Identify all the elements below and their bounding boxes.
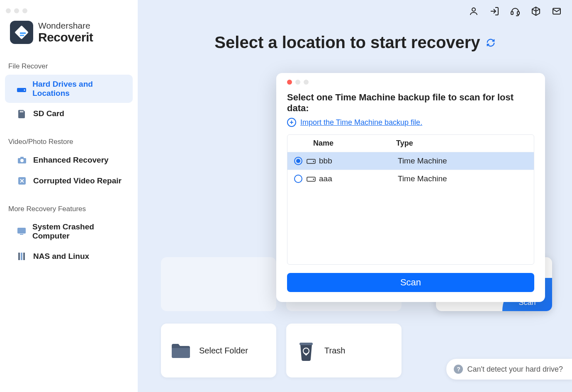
sidebar-item-label: Corrupted Video Repair xyxy=(33,176,122,185)
svg-rect-21 xyxy=(299,343,313,345)
sidebar-item-corrupted-video[interactable]: Corrupted Video Repair xyxy=(5,171,133,191)
svg-rect-13 xyxy=(20,234,23,235)
drive-icon xyxy=(17,84,27,94)
scan-button[interactable]: Scan xyxy=(287,273,534,292)
section-label-more-recovery: More Recovery Features xyxy=(0,199,138,217)
row-name: aaa xyxy=(319,174,332,183)
wrench-icon xyxy=(17,176,27,186)
sidebar: Wondershare Recoverit File Recover Hard … xyxy=(0,0,138,392)
camera-icon xyxy=(17,155,27,165)
question-icon: ? xyxy=(454,365,463,374)
table-row[interactable]: bbb Time Machine xyxy=(287,152,534,170)
svg-point-29 xyxy=(313,179,314,180)
page-title: Select a location to start recovery xyxy=(214,33,480,52)
svg-rect-9 xyxy=(20,157,24,158)
monitor-icon xyxy=(17,226,27,236)
col-type-header: Type xyxy=(396,139,527,148)
login-icon[interactable] xyxy=(489,6,500,17)
cube-icon[interactable] xyxy=(531,6,541,17)
modal-close-icon[interactable] xyxy=(287,80,292,85)
brand-line1: Wondershare xyxy=(38,21,93,30)
svg-rect-19 xyxy=(517,12,519,15)
modal-title: Select one Time Machine backup file to s… xyxy=(287,92,534,114)
modal-maximize-icon[interactable] xyxy=(304,80,309,85)
sidebar-item-label: NAS and Linux xyxy=(33,252,89,261)
row-type: Time Machine xyxy=(398,156,527,166)
svg-rect-5 xyxy=(20,111,21,112)
folder-icon xyxy=(170,340,192,361)
support-icon[interactable] xyxy=(510,6,521,17)
plus-circle-icon[interactable]: + xyxy=(287,118,296,127)
sidebar-item-label: Enhanced Recovery xyxy=(33,156,109,165)
trash-icon xyxy=(295,340,317,361)
window-traffic-lights xyxy=(0,4,138,13)
svg-rect-6 xyxy=(21,111,22,112)
backup-table: Name Type bbb Time Machine aaa xyxy=(287,134,534,265)
backup-drive-icon xyxy=(307,175,316,183)
svg-point-4 xyxy=(24,90,25,91)
location-card-trash[interactable]: Trash xyxy=(286,324,402,377)
help-detect-drive[interactable]: ? Can't detect your hard drive? xyxy=(446,359,572,380)
card-label: Trash xyxy=(324,346,345,355)
maximize-icon[interactable] xyxy=(22,8,27,13)
svg-point-17 xyxy=(472,8,475,11)
row-name: bbb xyxy=(319,156,332,166)
sidebar-item-system-crashed[interactable]: System Crashed Computer xyxy=(5,217,133,246)
svg-point-10 xyxy=(20,159,24,162)
modal-traffic-lights xyxy=(287,80,534,85)
radio-icon[interactable] xyxy=(294,157,302,165)
svg-rect-7 xyxy=(22,111,23,112)
server-icon xyxy=(17,251,27,261)
main-area: Select a location to start recovery Sele… xyxy=(138,0,572,392)
time-machine-modal: Select one Time Machine backup file to s… xyxy=(276,73,545,302)
modal-minimize-icon[interactable] xyxy=(295,80,300,85)
row-type: Time Machine xyxy=(398,174,527,183)
location-card-select-folder[interactable]: Select Folder xyxy=(161,324,276,377)
table-row[interactable]: aaa Time Machine xyxy=(287,170,534,187)
svg-rect-12 xyxy=(17,228,26,234)
mail-icon[interactable] xyxy=(551,6,562,17)
sidebar-item-enhanced-recovery[interactable]: Enhanced Recovery xyxy=(5,150,133,170)
svg-point-27 xyxy=(313,161,314,162)
location-card-hidden xyxy=(161,257,276,311)
brand-logo: Wondershare Recoverit xyxy=(0,13,138,56)
svg-rect-1 xyxy=(20,32,26,34)
svg-rect-16 xyxy=(23,253,25,260)
sidebar-item-label: SD Card xyxy=(33,109,64,118)
radio-icon[interactable] xyxy=(294,175,302,183)
sidebar-item-label: System Crashed Computer xyxy=(32,222,125,241)
section-label-file-recover: File Recover xyxy=(0,56,138,74)
close-icon[interactable] xyxy=(6,8,11,13)
sidebar-item-sd-card[interactable]: SD Card xyxy=(5,104,133,124)
sidebar-item-hard-drives[interactable]: Hard Drives and Locations xyxy=(5,75,133,103)
svg-rect-14 xyxy=(18,253,20,260)
col-name-header: Name xyxy=(294,139,396,148)
table-header: Name Type xyxy=(287,135,534,152)
backup-drive-icon xyxy=(307,157,316,165)
import-backup-link[interactable]: Import the Time Machine backup file. xyxy=(300,118,422,127)
sd-card-icon xyxy=(17,109,27,119)
minimize-icon[interactable] xyxy=(14,8,19,13)
section-label-video-photo: Video/Photo Restore xyxy=(0,132,138,149)
svg-rect-18 xyxy=(511,12,513,15)
help-text: Can't detect your hard drive? xyxy=(467,365,563,374)
refresh-icon[interactable] xyxy=(486,38,495,47)
sidebar-item-nas-linux[interactable]: NAS and Linux xyxy=(5,246,133,266)
sidebar-item-label: Hard Drives and Locations xyxy=(32,80,125,98)
user-icon[interactable] xyxy=(468,6,479,17)
card-label: Select Folder xyxy=(199,346,248,355)
topbar xyxy=(468,6,562,17)
logo-mark-icon xyxy=(10,21,33,44)
brand-line2: Recoverit xyxy=(38,30,93,44)
svg-rect-2 xyxy=(20,35,24,36)
svg-rect-15 xyxy=(21,253,22,260)
